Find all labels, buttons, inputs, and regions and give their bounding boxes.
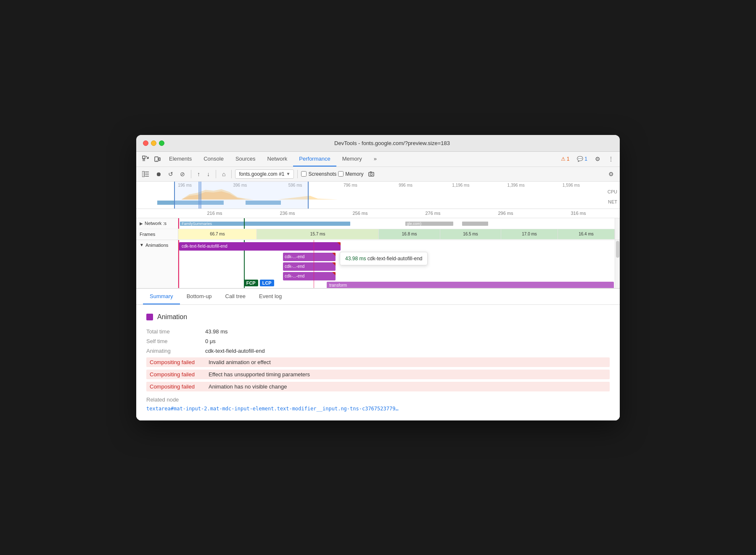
tab-event-log[interactable]: Event log bbox=[252, 289, 288, 304]
anim-bar-0[interactable]: cdk-text-field-autofill-end bbox=[179, 242, 341, 251]
collapse-icon[interactable]: ▼ bbox=[140, 243, 144, 247]
network-track-content[interactable]: FamilySummaries gle.com) bbox=[178, 218, 615, 229]
download-button[interactable]: ↓ bbox=[204, 169, 212, 180]
maximize-button[interactable] bbox=[159, 140, 164, 146]
screenshots-checkbox[interactable] bbox=[301, 171, 307, 177]
anim-bar-2-label: cdk-...-end bbox=[285, 264, 304, 269]
tab-network[interactable]: Network bbox=[262, 152, 293, 166]
device-icon[interactable] bbox=[151, 152, 163, 166]
warning-badge[interactable]: ⚠ 1 bbox=[558, 154, 572, 164]
overview-ts-3: 796 ms bbox=[323, 183, 378, 188]
chat-icon: 💬 bbox=[577, 156, 583, 162]
expand-icon[interactable]: ▶ bbox=[140, 221, 143, 226]
anim-bar-transform-label: transform bbox=[329, 283, 347, 288]
anim-bar-3[interactable]: cdk-...-end bbox=[283, 272, 336, 280]
animation-tooltip: 43.98 ms cdk-text-field-autofill-end bbox=[340, 252, 428, 265]
animations-content[interactable]: cdk-text-field-autofill-end cdk-...-end … bbox=[178, 240, 615, 288]
self-time-key: Self time bbox=[146, 338, 205, 344]
red-triangle-1 bbox=[332, 253, 336, 256]
memory-label: Memory bbox=[345, 171, 363, 177]
svg-point-14 bbox=[370, 173, 372, 175]
svg-rect-15 bbox=[370, 172, 372, 172]
flame-ts-0: 216 ms bbox=[178, 211, 251, 216]
overview-ts-7: 1,596 ms bbox=[544, 183, 599, 188]
tab-call-tree[interactable]: Call tree bbox=[219, 289, 252, 304]
bottom-panel: Summary Bottom-up Call tree Event log An… bbox=[136, 289, 620, 420]
url-selector[interactable]: fonts.google.com #1 ▼ bbox=[235, 169, 294, 179]
anim-bar-1-label: cdk-...-end bbox=[285, 254, 304, 259]
tab-bottom-up[interactable]: Bottom-up bbox=[180, 289, 219, 304]
settings-icon[interactable]: ⚙ bbox=[592, 152, 603, 166]
tab-summary[interactable]: Summary bbox=[143, 289, 180, 304]
tab-sources[interactable]: Sources bbox=[230, 152, 262, 166]
selection-right-marker[interactable] bbox=[200, 182, 201, 209]
net-bar bbox=[157, 201, 599, 205]
anim-bar-transform[interactable]: transform bbox=[327, 282, 614, 288]
more-options-icon[interactable]: ⋮ bbox=[605, 152, 616, 166]
record-button[interactable]: ⏺ bbox=[153, 169, 164, 180]
scrollbar-area bbox=[615, 218, 620, 229]
tab-memory[interactable]: Memory bbox=[336, 152, 368, 166]
home-button[interactable]: ⌂ bbox=[219, 169, 228, 180]
frames-label-text: Frames bbox=[140, 232, 155, 237]
svg-line-3 bbox=[146, 156, 148, 159]
upload-button[interactable]: ↑ bbox=[195, 169, 203, 180]
anim-bar-2[interactable]: cdk-...-end bbox=[283, 262, 336, 271]
memory-checkbox[interactable] bbox=[338, 171, 344, 177]
close-button[interactable] bbox=[143, 140, 148, 146]
settings-button[interactable]: ⚙ bbox=[606, 169, 616, 180]
tab-console[interactable]: Console bbox=[198, 152, 230, 166]
animations-track: ▼ Animations cdk-text-field-autofill-end… bbox=[136, 240, 620, 288]
reload-record-button[interactable]: ↺ bbox=[166, 169, 176, 180]
flame-ts-1: 236 ms bbox=[251, 211, 324, 216]
total-time-row: Total time 43.98 ms bbox=[146, 328, 610, 335]
inspect-icon[interactable] bbox=[140, 152, 151, 166]
self-time-value: 0 μs bbox=[205, 338, 216, 344]
related-node-section: Related node textarea#mat-input-2.mat-md… bbox=[146, 396, 610, 412]
anim-bar-1[interactable]: cdk-...-end bbox=[283, 253, 336, 261]
tab-elements[interactable]: Elements bbox=[163, 152, 198, 166]
summary-title: Animation bbox=[146, 313, 610, 321]
traffic-lights bbox=[143, 140, 164, 146]
error-key-1: Compositing failed bbox=[150, 371, 209, 378]
minimize-button[interactable] bbox=[151, 140, 156, 146]
info-count: 1 bbox=[584, 156, 587, 162]
clear-button[interactable]: ⊘ bbox=[177, 169, 188, 180]
warning-count: 1 bbox=[567, 156, 570, 162]
sidebar-toggle-button[interactable] bbox=[140, 169, 151, 179]
frame-1: 15.7 ms bbox=[257, 229, 379, 239]
capture-icon[interactable] bbox=[365, 169, 377, 180]
screenshots-checkbox-label[interactable]: Screenshots bbox=[301, 171, 336, 177]
animations-track-label: ▼ Animations bbox=[136, 240, 178, 288]
tab-more[interactable]: » bbox=[368, 152, 383, 166]
tab-performance[interactable]: Performance bbox=[293, 152, 336, 166]
separator-3 bbox=[231, 170, 232, 178]
frames-content[interactable]: 66.7 ms 15.7 ms 16.8 ms 16.5 ms 17.0 ms … bbox=[178, 229, 615, 240]
frames-track: Frames 66.7 ms 15.7 ms 16.8 ms 16.5 ms 1… bbox=[136, 229, 620, 240]
anim-scrollbar bbox=[615, 240, 620, 288]
flame-ts-5: 316 ms bbox=[542, 211, 615, 216]
flame-ts-2: 256 ms bbox=[324, 211, 397, 216]
frame-2: 16.8 ms bbox=[379, 229, 440, 239]
overview-ts-1: 396 ms bbox=[212, 183, 267, 188]
network-bar-1[interactable]: FamilySummaries bbox=[180, 222, 350, 226]
error-value-2: Animation has no visible change bbox=[209, 383, 287, 390]
overview-bar[interactable]: 196 ms 396 ms 596 ms 796 ms 996 ms 1,196… bbox=[136, 182, 620, 209]
toolbar-right: ⚙ bbox=[606, 169, 616, 180]
network-bar-3[interactable] bbox=[462, 222, 488, 226]
network-bar-2-label: gle.com) bbox=[407, 222, 422, 226]
related-node-link[interactable]: textarea#mat-input-2.mat-mdc-input-eleme… bbox=[146, 406, 399, 412]
performance-toolbar: ⏺ ↺ ⊘ ↑ ↓ ⌂ fonts.google.com #1 ▼ Screen… bbox=[136, 167, 620, 182]
anim-scrollbar-thumb[interactable] bbox=[616, 241, 619, 258]
frame-3: 16.5 ms bbox=[440, 229, 501, 239]
svg-point-8 bbox=[156, 161, 157, 161]
memory-checkbox-label[interactable]: Memory bbox=[338, 171, 363, 177]
error-row-2: Compositing failed Animation has no visi… bbox=[146, 382, 610, 391]
network-bar-2[interactable]: gle.com) bbox=[405, 222, 453, 226]
cpu-label: CPU bbox=[608, 189, 617, 194]
selection-left-marker[interactable] bbox=[198, 182, 200, 209]
timing-badges: FCP LCP bbox=[244, 280, 274, 286]
overview-ts-2: 596 ms bbox=[268, 183, 323, 188]
animating-key: Animating bbox=[146, 348, 205, 354]
info-badge[interactable]: 💬 1 bbox=[574, 154, 590, 164]
